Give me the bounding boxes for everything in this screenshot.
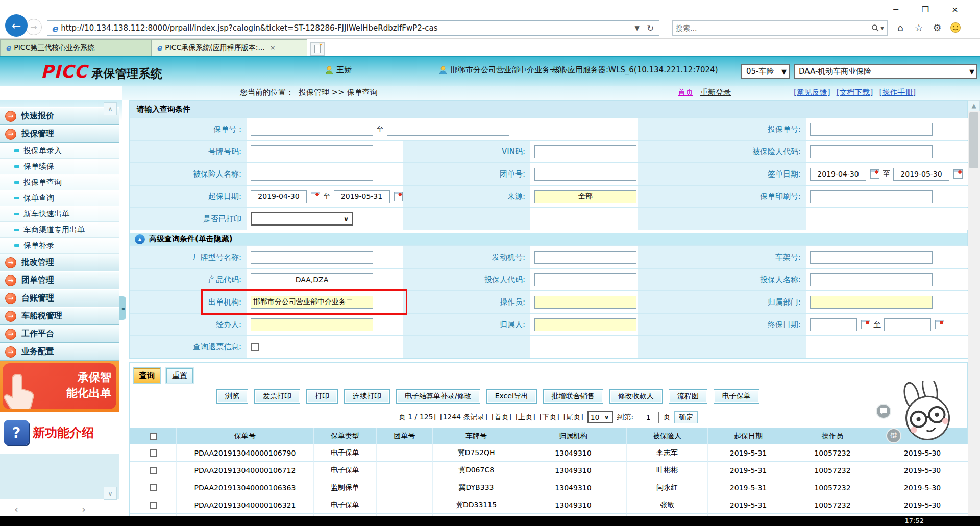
sidebar-menu-item[interactable]: 车船税管理 xyxy=(0,307,119,325)
action-button[interactable]: 浏览 xyxy=(216,389,248,404)
end-date-from-input[interactable] xyxy=(810,318,857,331)
table-row[interactable]: PDAA201913040000106712 电子保单 冀D067C8 1304… xyxy=(130,462,967,479)
goto-page-input[interactable] xyxy=(638,412,659,423)
row-checkbox[interactable] xyxy=(150,449,157,457)
chevron-down-icon[interactable]: ▼ xyxy=(630,21,644,35)
vin-input[interactable] xyxy=(534,145,636,158)
owner-input[interactable] xyxy=(534,318,636,331)
calendar-icon[interactable] xyxy=(394,192,403,201)
source-input[interactable] xyxy=(534,190,636,203)
sidebar-menu-item[interactable]: 工作平台 xyxy=(0,325,119,343)
carousel-prev-icon[interactable]: ‹ xyxy=(14,503,18,515)
sidebar-menu-item[interactable]: 保单查询 xyxy=(0,190,119,206)
reset-button[interactable]: 重置 xyxy=(166,368,193,383)
sidebar-menu-item[interactable]: 投保单录入 xyxy=(0,143,119,159)
calendar-icon[interactable] xyxy=(935,320,944,329)
action-button[interactable]: 电子结算单补录/修改 xyxy=(396,389,480,404)
calendar-icon[interactable] xyxy=(861,320,870,329)
page-nav-link[interactable]: [上页] xyxy=(516,413,535,422)
tab-picc-core-system[interactable]: e PICC第三代核心业务系统 xyxy=(0,39,151,56)
row-checkbox[interactable] xyxy=(150,467,157,474)
minimize-icon[interactable]: ─ xyxy=(881,0,911,18)
calendar-icon[interactable] xyxy=(870,169,879,179)
relogin-link[interactable]: 重新登录 xyxy=(700,88,731,97)
doc-link[interactable]: [意见反馈] xyxy=(794,88,830,97)
maximize-icon[interactable]: ❐ xyxy=(911,0,940,18)
chat-badge-icon[interactable] xyxy=(876,404,891,419)
start-date-to-input[interactable] xyxy=(334,190,390,203)
sidebar-menu-item[interactable]: 快速报价 xyxy=(0,107,119,125)
search-input[interactable] xyxy=(676,24,871,32)
page-scrollbar[interactable]: ▲ xyxy=(968,100,980,516)
action-button[interactable]: Excel导出 xyxy=(486,389,537,404)
advanced-section-toggle[interactable]: ▲ 高级查询条件(单击隐藏) xyxy=(130,230,967,245)
smiley-feedback-icon[interactable] xyxy=(949,21,962,34)
page-size-select[interactable]: 10 ∨ xyxy=(587,411,613,423)
product-select[interactable]: DAA-机动车商业保险▼ xyxy=(794,64,977,79)
sidebar-menu-item[interactable]: 保单续保 xyxy=(0,159,119,174)
proposal-no-input[interactable] xyxy=(810,123,933,136)
menu-scroll-down-icon[interactable]: ∨ xyxy=(104,487,117,500)
sidebar-menu-item[interactable]: 保单补录 xyxy=(0,238,119,254)
carousel-next-icon[interactable]: › xyxy=(82,503,86,515)
operator-input[interactable] xyxy=(534,296,636,309)
action-button[interactable]: 连续打印 xyxy=(344,389,390,404)
sign-date-from-input[interactable] xyxy=(810,168,866,181)
sidebar-menu-item[interactable]: 车商渠道专用出单 xyxy=(0,222,119,238)
doc-link[interactable]: [操作手册] xyxy=(879,88,916,97)
query-button[interactable]: 查询 xyxy=(134,368,160,383)
doc-link[interactable]: [文档下载] xyxy=(837,88,873,97)
action-button[interactable]: 批增联合销售 xyxy=(543,389,603,404)
close-icon[interactable]: × xyxy=(940,0,970,18)
home-link[interactable]: 首页 xyxy=(678,88,693,97)
product-code-input[interactable] xyxy=(251,273,373,286)
sidebar-menu-item[interactable]: 团单管理 xyxy=(0,271,119,289)
smart-issue-banner[interactable]: 承保智 能化出单 xyxy=(0,361,119,412)
applicant-name-input[interactable] xyxy=(810,273,933,286)
department-input[interactable] xyxy=(810,296,933,309)
page-nav-link[interactable]: [尾页] xyxy=(564,413,583,422)
end-date-to-input[interactable] xyxy=(884,318,931,331)
action-button[interactable]: 修改收款人 xyxy=(609,389,663,404)
select-all-checkbox[interactable] xyxy=(150,433,157,440)
printed-select[interactable]: ∨ xyxy=(251,212,353,226)
engine-no-input[interactable] xyxy=(534,251,636,264)
tab-close-icon[interactable]: × xyxy=(270,44,276,52)
table-row[interactable]: PDAA201913040000106363 监制保单 冀DYB333 1304… xyxy=(130,479,967,496)
forward-button[interactable]: → xyxy=(26,19,42,35)
new-tab-button[interactable] xyxy=(310,42,325,56)
table-row[interactable]: PDAA201913040000106790 电子保单 冀D752QH 1304… xyxy=(130,444,967,462)
address-bar[interactable]: e http://10.134.138.112:8000/prpall/inde… xyxy=(47,20,659,36)
action-button[interactable]: 电子保单 xyxy=(714,389,760,404)
sidebar-menu-item[interactable]: 业务配置 xyxy=(0,343,119,361)
refund-info-checkbox[interactable] xyxy=(251,343,259,351)
handler-input[interactable] xyxy=(251,318,373,331)
sidebar-menu-item[interactable]: 台账管理 xyxy=(0,289,119,307)
menu-scroll-up-icon[interactable]: ∧ xyxy=(104,102,117,115)
sign-date-to-input[interactable] xyxy=(893,168,949,181)
sidebar-menu-item[interactable]: 批改管理 xyxy=(0,254,119,271)
table-row[interactable]: PDAA201913040000106321 电子保单 冀DD33115 130… xyxy=(130,496,967,514)
row-checkbox[interactable] xyxy=(150,502,157,509)
sidebar-menu-item[interactable]: 新车快速出单 xyxy=(0,206,119,222)
home-icon[interactable]: ⌂ xyxy=(894,21,907,34)
new-features-banner[interactable]: ? 新功能介绍 xyxy=(0,412,119,454)
group-no-input[interactable] xyxy=(534,168,636,181)
page-nav-link[interactable]: [下页] xyxy=(540,413,559,422)
action-button[interactable]: 发票打印 xyxy=(254,389,300,404)
insured-code-input[interactable] xyxy=(810,145,933,158)
line-select[interactable]: 05-车险▼ xyxy=(741,64,790,79)
goto-confirm-button[interactable]: 确定 xyxy=(674,411,698,423)
print-no-input[interactable] xyxy=(810,190,933,203)
scrollbar-thumb[interactable] xyxy=(969,112,978,168)
policy-no-from-input[interactable] xyxy=(251,123,373,136)
search-box[interactable]: ▼ xyxy=(672,20,888,36)
calendar-icon[interactable] xyxy=(311,192,320,201)
scroll-up-icon[interactable]: ▲ xyxy=(968,100,980,111)
sidebar-menu-item[interactable]: 投保单查询 xyxy=(0,174,119,190)
start-date-from-input[interactable] xyxy=(251,190,307,203)
row-checkbox[interactable] xyxy=(150,484,157,491)
settings-gear-icon[interactable]: ⚙ xyxy=(930,21,944,34)
action-button[interactable]: 打印 xyxy=(306,389,338,404)
refresh-icon[interactable]: ↻ xyxy=(644,21,657,35)
